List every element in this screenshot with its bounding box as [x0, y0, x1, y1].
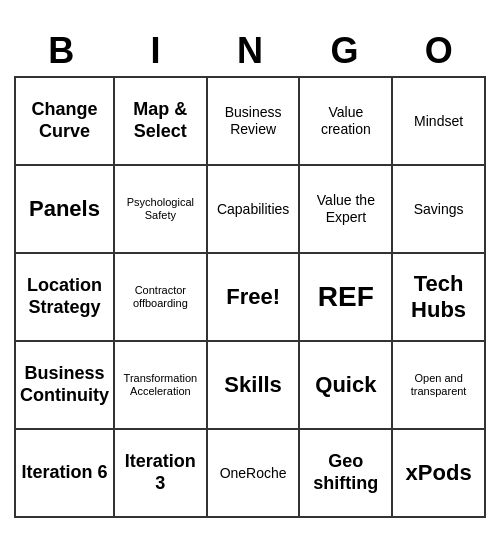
cell-text-14: Tech Hubs	[397, 271, 480, 324]
cell-text-24: xPods	[406, 460, 472, 486]
cell-text-3: Value creation	[304, 104, 387, 138]
bingo-cell-8: Value the Expert	[300, 166, 393, 254]
bingo-cell-23: Geo shifting	[300, 430, 393, 518]
cell-text-17: Skills	[224, 372, 281, 398]
bingo-cell-12: Free!	[208, 254, 301, 342]
cell-text-2: Business Review	[212, 104, 295, 138]
header-g: G	[297, 26, 391, 76]
bingo-cell-15: Business Continuity	[16, 342, 115, 430]
cell-text-20: Iteration 6	[21, 462, 107, 484]
bingo-cell-3: Value creation	[300, 78, 393, 166]
bingo-cell-10: Location Strategy	[16, 254, 115, 342]
cell-text-5: Panels	[29, 196, 100, 222]
bingo-cell-6: Psychological Safety	[115, 166, 208, 254]
cell-text-19: Open and transparent	[397, 372, 480, 398]
cell-text-21: Iteration 3	[119, 451, 202, 494]
bingo-cell-20: Iteration 6	[16, 430, 115, 518]
cell-text-13: REF	[318, 280, 374, 314]
bingo-card: B I N G O Change CurveMap & SelectBusine…	[10, 22, 490, 522]
cell-text-8: Value the Expert	[304, 192, 387, 226]
bingo-cell-19: Open and transparent	[393, 342, 486, 430]
bingo-cell-9: Savings	[393, 166, 486, 254]
cell-text-6: Psychological Safety	[119, 196, 202, 222]
cell-text-15: Business Continuity	[20, 363, 109, 406]
bingo-cell-4: Mindset	[393, 78, 486, 166]
cell-text-18: Quick	[315, 372, 376, 398]
cell-text-16: Transformation Acceleration	[119, 372, 202, 398]
cell-text-12: Free!	[226, 284, 280, 310]
cell-text-1: Map & Select	[119, 99, 202, 142]
header-n: N	[203, 26, 297, 76]
bingo-cell-11: Contractor offboarding	[115, 254, 208, 342]
bingo-grid: Change CurveMap & SelectBusiness ReviewV…	[14, 76, 486, 518]
bingo-cell-21: Iteration 3	[115, 430, 208, 518]
bingo-cell-16: Transformation Acceleration	[115, 342, 208, 430]
bingo-cell-24: xPods	[393, 430, 486, 518]
bingo-cell-13: REF	[300, 254, 393, 342]
bingo-cell-2: Business Review	[208, 78, 301, 166]
header-o: O	[392, 26, 486, 76]
cell-text-22: OneRoche	[220, 465, 287, 482]
header-b: B	[14, 26, 108, 76]
header-i: I	[108, 26, 202, 76]
bingo-cell-22: OneRoche	[208, 430, 301, 518]
bingo-cell-0: Change Curve	[16, 78, 115, 166]
bingo-cell-18: Quick	[300, 342, 393, 430]
bingo-cell-14: Tech Hubs	[393, 254, 486, 342]
cell-text-4: Mindset	[414, 113, 463, 130]
bingo-cell-1: Map & Select	[115, 78, 208, 166]
cell-text-23: Geo shifting	[304, 451, 387, 494]
cell-text-0: Change Curve	[20, 99, 109, 142]
cell-text-9: Savings	[414, 201, 464, 218]
bingo-cell-17: Skills	[208, 342, 301, 430]
bingo-cell-7: Capabilities	[208, 166, 301, 254]
bingo-header: B I N G O	[14, 26, 486, 76]
cell-text-7: Capabilities	[217, 201, 289, 218]
bingo-cell-5: Panels	[16, 166, 115, 254]
cell-text-11: Contractor offboarding	[119, 284, 202, 310]
cell-text-10: Location Strategy	[20, 275, 109, 318]
